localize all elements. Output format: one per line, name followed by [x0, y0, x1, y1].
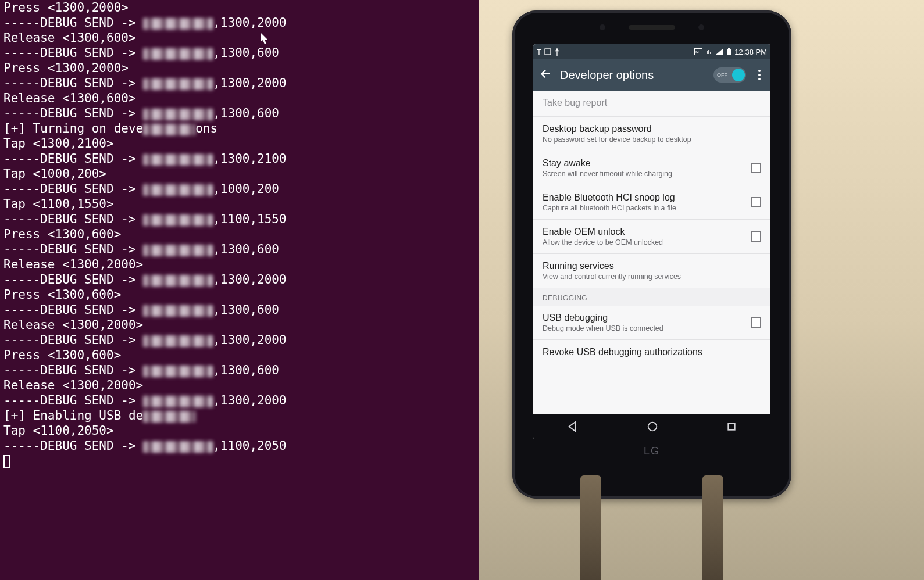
svg-text:N: N	[695, 49, 699, 55]
setting-row[interactable]: Revoke USB debugging authorizations	[533, 340, 770, 366]
redacted-region	[143, 335, 213, 347]
phone-stand-leg	[702, 475, 723, 580]
setting-subtitle: View and control currently running servi…	[543, 273, 761, 281]
svg-point-5	[648, 423, 657, 431]
setting-title: Running services	[543, 261, 761, 271]
nav-recent-icon[interactable]	[726, 421, 737, 432]
setting-subtitle: No password set for device backup to des…	[543, 135, 761, 144]
redacted-region	[143, 18, 213, 30]
screen-title: Developer options	[560, 69, 705, 82]
setting-subtitle: Capture all bluetooth HCI packets in a f…	[543, 204, 744, 212]
setting-row[interactable]: Desktop backup passwordNo password set f…	[533, 117, 770, 151]
redacted-region	[143, 48, 213, 60]
setting-row[interactable]: Take bug report	[533, 91, 770, 117]
terminal-line: -----DEBUG SEND -> ,1300,2000	[3, 15, 475, 30]
master-toggle[interactable]: OFF ON	[713, 67, 746, 83]
terminal-line: Tap <1100,1550>	[3, 196, 475, 212]
terminal-line: Press <1300,2000>	[3, 0, 475, 15]
setting-title: Stay awake	[543, 158, 744, 169]
terminal-line: -----DEBUG SEND -> ,1300,600	[3, 302, 475, 317]
setting-subtitle: Debug mode when USB is connected	[543, 324, 744, 332]
redacted-region	[143, 411, 195, 423]
setting-title: Desktop backup password	[543, 124, 761, 134]
setting-subtitle: Allow the device to be OEM unlocked	[543, 238, 744, 246]
terminal-line: Tap <1300,2100>	[3, 136, 475, 151]
redacted-region	[143, 366, 213, 377]
terminal-line: -----DEBUG SEND -> ,1000,200	[3, 181, 475, 196]
overflow-menu-icon[interactable]	[754, 70, 765, 80]
proximity-sensor	[600, 24, 605, 30]
terminal-line: Release <1300,2000>	[3, 317, 475, 332]
section-header-debugging: DEBUGGING	[533, 288, 770, 306]
terminal-line: Press <1300,600>	[3, 227, 475, 242]
setting-checkbox[interactable]	[751, 317, 761, 328]
terminal-line: -----DEBUG SEND -> ,1300,600	[3, 106, 475, 121]
phone-stand-leg	[580, 475, 601, 580]
redacted-region	[143, 78, 213, 90]
setting-row[interactable]: Stay awakeScreen will never timeout whil…	[533, 151, 770, 185]
nfc-icon: N	[694, 48, 702, 55]
terminal-line: -----DEBUG SEND -> ,1100,1550	[3, 212, 475, 227]
nav-back-icon[interactable]	[566, 420, 579, 433]
back-icon[interactable]	[539, 67, 552, 83]
setting-title: Enable Bluetooth HCI snoop log	[543, 192, 744, 203]
redacted-region	[143, 124, 195, 135]
terminal-line: Release <1300,600>	[3, 30, 475, 45]
terminal-line: -----DEBUG SEND -> ,1300,2100	[3, 151, 475, 166]
terminal-line: Press <1300,600>	[3, 348, 475, 363]
terminal-cursor-line	[3, 453, 475, 468]
clock-text: 12:38 PM	[734, 48, 767, 56]
setting-checkbox[interactable]	[751, 231, 761, 242]
terminal-line: Tap <1000,200>	[3, 166, 475, 181]
terminal-pane[interactable]: Press <1300,2000>-----DEBUG SEND -> ,130…	[0, 0, 479, 580]
setting-checkbox[interactable]	[751, 197, 761, 207]
setting-checkbox[interactable]	[751, 163, 761, 173]
redacted-region	[143, 184, 213, 196]
status-bar: T N	[533, 44, 770, 59]
nav-home-icon[interactable]	[646, 420, 659, 433]
carrier-icon: T	[537, 48, 541, 56]
phone-device: T N	[512, 10, 791, 499]
setting-row[interactable]: USB debuggingDebug mode when USB is conn…	[533, 306, 770, 340]
redacted-region	[143, 275, 213, 287]
terminal-line: -----DEBUG SEND -> ,1300,600	[3, 363, 475, 378]
terminal-line: -----DEBUG SEND -> ,1300,2000	[3, 76, 475, 91]
toggle-knob	[732, 69, 745, 81]
setting-subtitle: Screen will never timeout while charging	[543, 170, 744, 178]
terminal-line: Press <1300,600>	[3, 287, 475, 302]
svg-rect-3	[727, 49, 731, 55]
data-icon	[705, 48, 712, 55]
redacted-region	[143, 214, 213, 226]
terminal-line: Release <1300,600>	[3, 91, 475, 106]
notification-icon	[544, 48, 551, 55]
nav-bar	[533, 414, 770, 439]
terminal-line: Tap <1100,2050>	[3, 423, 475, 438]
settings-list[interactable]: Take bug reportDesktop backup passwordNo…	[533, 91, 770, 414]
toggle-off-label: OFF	[717, 72, 727, 78]
svg-rect-6	[728, 423, 735, 430]
terminal-line: -----DEBUG SEND -> ,1300,2000	[3, 393, 475, 408]
redacted-region	[143, 245, 213, 256]
svg-rect-0	[545, 49, 551, 55]
setting-row[interactable]: Running servicesView and control current…	[533, 254, 770, 288]
svg-rect-4	[728, 48, 730, 49]
phone-brand-label: LG	[512, 439, 791, 499]
app-bar: Developer options OFF ON	[533, 59, 770, 91]
usb-icon	[554, 48, 560, 56]
redacted-region	[143, 305, 213, 317]
setting-title: Enable OEM unlock	[543, 227, 744, 237]
terminal-line: [+] Turning on deveons	[3, 121, 475, 136]
redacted-region	[143, 109, 213, 120]
setting-row[interactable]: Enable OEM unlockAllow the device to be …	[533, 220, 770, 254]
redacted-region	[143, 154, 213, 166]
terminal-line: -----DEBUG SEND -> ,1300,2000	[3, 272, 475, 287]
setting-title: Take bug report	[543, 98, 761, 108]
terminal-line: Press <1300,2000>	[3, 60, 475, 76]
phone-top-bezel	[512, 10, 791, 44]
setting-title: Revoke USB debugging authorizations	[543, 347, 761, 357]
terminal-line: -----DEBUG SEND -> ,1100,2050	[3, 438, 475, 453]
terminal-line: -----DEBUG SEND -> ,1300,600	[3, 45, 475, 60]
setting-row[interactable]: Enable Bluetooth HCI snoop logCapture al…	[533, 185, 770, 220]
terminal-line: Release <1300,2000>	[3, 257, 475, 272]
signal-icon	[715, 48, 723, 55]
